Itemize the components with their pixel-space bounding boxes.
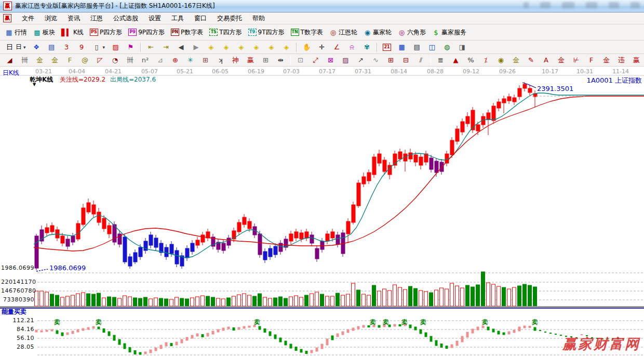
grid-dark-icon[interactable]: ⊞ — [383, 55, 398, 65]
hexagon-button[interactable]: ◎六角形 — [395, 27, 429, 38]
titlebar-blurred-item[interactable] — [524, 2, 529, 8]
flag-chart-icon[interactable]: ⚑ — [123, 42, 138, 52]
n-square-icon[interactable]: n² — [138, 55, 153, 65]
pencil-ruler-icon[interactable]: ◸ — [92, 55, 108, 65]
titlebar-blurred-item[interactable] — [609, 2, 619, 8]
titlebar-blurred-item[interactable] — [562, 2, 574, 8]
9p-square-button[interactable]: P99P四方形 — [125, 27, 168, 38]
win-tool-icon[interactable]: 赢 — [243, 55, 258, 65]
gann-wheel-button[interactable]: ◎江恩轮 — [326, 27, 360, 38]
brush-tool-icon[interactable]: ◢ — [2, 55, 17, 65]
wave-tool-icon[interactable]: ∿ — [368, 55, 383, 65]
winner-service-button[interactable]: $赢家服务 — [429, 27, 469, 38]
angle-a-icon[interactable]: ⊿ — [153, 55, 168, 65]
fan-box-icon[interactable]: ⊠ — [323, 55, 338, 65]
smart-brain-icon[interactable]: ✾ — [359, 42, 374, 52]
rect-tool-icon[interactable]: ⊡ — [293, 55, 308, 65]
trend-arrow-icon[interactable]: ↗ — [353, 55, 368, 65]
spiral-tool-icon[interactable]: @ — [77, 55, 92, 65]
menu-item-帮助[interactable]: 帮助 — [247, 13, 270, 24]
calendar-21-icon[interactable]: 21 — [380, 43, 394, 52]
pattern-box-icon[interactable]: ▨ — [108, 42, 123, 52]
titlebar-blurred-item[interactable] — [540, 2, 551, 8]
span-arrows-icon[interactable]: ⇹ — [273, 55, 288, 65]
print-icon[interactable]: ◨ — [454, 42, 469, 52]
gold-line2-icon[interactable]: 金 — [599, 55, 614, 65]
chart-9-icon[interactable]: 9 — [74, 42, 89, 52]
f-line-icon[interactable]: F — [584, 55, 599, 65]
gold-line-icon[interactable]: 金 — [508, 55, 524, 65]
fan-rays-icon[interactable]: ⤢ — [308, 55, 323, 65]
chart-3-icon[interactable]: 3 — [59, 42, 74, 52]
gann-circle-icon[interactable]: ◔ — [108, 55, 123, 65]
menu-item-窗口[interactable]: 窗口 — [189, 13, 212, 24]
menu-item-工具[interactable]: 工具 — [166, 13, 189, 24]
ladder-icon[interactable]: ≣ — [433, 55, 448, 65]
ruler2-icon[interactable]: 卌 — [123, 55, 138, 65]
9t-square-button[interactable]: T99T四方形 — [245, 27, 288, 38]
menu-item-公式选股[interactable]: 公式选股 — [108, 13, 143, 24]
percent-tri-icon[interactable]: ▲ — [448, 55, 463, 65]
spider-web-icon[interactable]: ✳ — [183, 55, 198, 65]
grid-123-icon[interactable]: ⊞ — [258, 55, 273, 65]
titlebar-blurred-item[interactable] — [586, 2, 597, 8]
circle-cross-icon[interactable]: ⊕ — [168, 55, 183, 65]
shrink-all-diamond-icon[interactable]: ◈ — [279, 42, 294, 52]
zoom-h-diamond-icon[interactable]: ◈ — [234, 42, 249, 52]
hand-drag-icon[interactable]: ✋ — [299, 42, 314, 52]
gold-red-icon[interactable]: 金 — [554, 55, 569, 65]
titlebar-blurred-controls[interactable] — [524, 2, 640, 8]
go-first-icon[interactable]: ⇤ — [143, 42, 158, 52]
zoom-all-diamond-icon[interactable]: ◈ — [264, 42, 279, 52]
angle-line-icon[interactable]: ⊬ — [569, 55, 584, 65]
web-overview-icon[interactable]: ❖ — [29, 42, 44, 52]
menu-item-资讯[interactable]: 资讯 — [62, 13, 85, 24]
go-last-icon[interactable]: ⇥ — [158, 42, 173, 52]
winner-wheel-button[interactable]: ◉赢家轮 — [360, 27, 395, 38]
next-icon[interactable]: ▶ — [189, 42, 204, 52]
menu-item-交易委托[interactable]: 交易委托 — [212, 13, 247, 24]
prev-icon[interactable]: ◀ — [173, 42, 189, 52]
period-day-dropdown[interactable]: 日日▾ — [2, 42, 29, 52]
menu-item-浏览[interactable]: 浏览 — [39, 13, 62, 24]
sectors-button[interactable]: ▩板块 — [30, 27, 58, 38]
network-sync-icon[interactable]: ◍ — [439, 42, 454, 52]
menu-item-文件[interactable]: 文件 — [17, 13, 39, 24]
web-box-icon[interactable]: ⊞ — [198, 55, 213, 65]
indicator-title[interactable]: 能量买卖 — [2, 309, 26, 315]
ruler-grid-icon[interactable]: 卌 — [17, 55, 32, 65]
menu-item-江恩[interactable]: 江恩 — [85, 13, 108, 24]
grid-dark2-icon[interactable]: ⊟ — [398, 55, 413, 65]
p-number-table-button[interactable]: PNP数字表 — [168, 27, 206, 38]
kline-button[interactable]: ▋▍K线 — [58, 27, 87, 38]
gann-gold-ruler-icon[interactable]: 金 — [32, 55, 47, 65]
ray-box-icon[interactable]: ▨ — [338, 55, 353, 65]
win-line-icon[interactable]: 赢 — [629, 55, 644, 65]
f10-report-icon[interactable]: ▤ — [44, 42, 59, 52]
notes-icon[interactable]: ▤ — [409, 42, 424, 52]
calculator-icon[interactable]: ▦ — [394, 42, 409, 52]
p-square-button[interactable]: PSP四方形 — [87, 27, 125, 38]
zoom-right-diamond-icon[interactable]: ◈ — [219, 42, 234, 52]
t-square-button[interactable]: TST四方形 — [206, 27, 245, 38]
gann-gold-ruler2-icon[interactable]: 金 — [47, 55, 62, 65]
chart-canvas[interactable] — [0, 67, 644, 356]
shrink-h-diamond-icon[interactable]: ◈ — [249, 42, 264, 52]
speed-line-icon[interactable]: 违 — [614, 55, 629, 65]
gold-circle-icon[interactable]: ◉ — [493, 55, 508, 65]
shen-tool-icon[interactable]: 神 — [228, 55, 243, 65]
a-line-icon[interactable]: A — [539, 55, 554, 65]
k-quote-icon[interactable]: ʞ — [213, 55, 228, 65]
t-number-table-button[interactable]: TNT数字表 — [288, 27, 326, 38]
percent5-icon[interactable]: ⁒ — [478, 55, 493, 65]
parallel-lines-icon[interactable]: ⫽ — [413, 55, 428, 65]
brush2-icon[interactable]: ✎ — [524, 55, 539, 65]
save-icon[interactable]: ◫ — [424, 42, 439, 52]
qiankun-dropdown-caret-icon[interactable]: ▼ — [33, 83, 36, 87]
titlebar-blurred-item[interactable] — [630, 2, 640, 8]
zoom-left-diamond-icon[interactable]: ◈ — [204, 42, 219, 52]
crosshair-icon[interactable]: ✛ — [314, 42, 329, 52]
gann-body-icon[interactable]: ⍾ — [344, 42, 359, 52]
angle-measure-icon[interactable]: ∠ — [329, 42, 344, 52]
f-ruler-icon[interactable]: F — [62, 55, 77, 65]
